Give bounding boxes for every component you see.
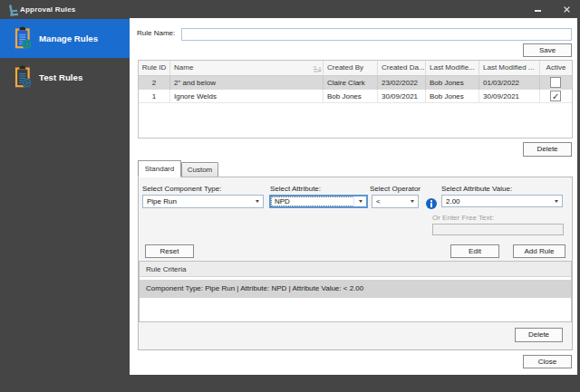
sidebar-item-test-rules[interactable]: Test Rules [0, 58, 130, 97]
dropdown-arrow-icon [256, 200, 259, 203]
rule-name-input[interactable] [181, 28, 572, 41]
grid-cell-rule_id: 1 [139, 90, 170, 103]
sidebar-item-label: Test Rules [39, 58, 82, 97]
delete-criteria-button[interactable]: Delete [515, 328, 563, 342]
free-text-label: Or Enter Free Text: [432, 214, 494, 222]
attribute-value-label: Select Attribute Value: [441, 185, 512, 193]
grid-cell-name: Ignore Welds [170, 90, 324, 103]
operator-label: Select Operator [370, 185, 420, 193]
delete-rule-button[interactable]: Delete [523, 142, 572, 157]
grid-cell-created_by: Claire Clark [324, 76, 378, 90]
tab-custom[interactable]: Custom [181, 162, 218, 177]
operator-value: < [376, 196, 381, 207]
grid-cell-last_modified_date: 30/09/2021 [479, 90, 540, 103]
attribute-select[interactable]: NPD [269, 195, 368, 208]
attribute-value-select[interactable]: 2.00 [441, 195, 563, 207]
standard-tab-panel: Select Component Type: Select Attribute:… [138, 177, 573, 350]
rule-name-label: Rule Name: [137, 28, 175, 38]
grid-cell-name: 2" and below [170, 76, 324, 90]
main-panel: Rule Name: Save Rule IDNameCreated ByCre… [130, 18, 577, 375]
attribute-label: Select Attribute: [270, 185, 321, 193]
operator-select[interactable]: < [372, 195, 419, 208]
dropdown-arrow-icon [411, 200, 414, 203]
grid-cell-active: ✓ [540, 90, 572, 103]
component-type-value: Pipe Run [147, 196, 177, 207]
grid-cell-created_by: Bob Jones [324, 90, 378, 103]
rules-grid: Rule IDNameCreated ByCreated Da...Last M… [138, 60, 573, 139]
dropdown-arrow-icon [555, 200, 558, 203]
close-button[interactable]: Close [523, 355, 572, 368]
grid-cell-created_date: 30/09/2021 [378, 90, 426, 103]
info-icon[interactable] [426, 198, 437, 209]
grid-column-header[interactable]: Last Modifie... [426, 61, 479, 76]
grid-cell-last_modified_by: Bob Jones [426, 76, 479, 90]
sidebar-item-manage-rules[interactable]: Manage Rules [0, 19, 130, 58]
edit-button[interactable]: Edit [450, 244, 499, 258]
titlebar: Approval Rules [0, 0, 580, 18]
active-checkbox-unchecked[interactable] [550, 77, 561, 88]
rule-criteria-item[interactable]: Component Type: Pipe Run | Attribute: NP… [140, 280, 571, 298]
window-bottom-frame [0, 375, 580, 392]
tab-standard[interactable]: Standard [138, 160, 181, 177]
component-type-select[interactable]: Pipe Run [142, 195, 264, 208]
manage-rules-icon [14, 26, 31, 49]
check-icon: ✓ [552, 90, 559, 103]
grid-cell-created_date: 23/02/2022 [378, 76, 426, 90]
test-rules-icon [14, 65, 31, 88]
free-text-input[interactable] [432, 224, 564, 235]
app-logo-icon [5, 3, 18, 16]
attribute-value-value: 2.00 [446, 196, 460, 206]
grid-column-header[interactable]: Last Modified ... [479, 61, 540, 76]
grid-column-header[interactable]: Name [170, 61, 324, 76]
active-checkbox-checked[interactable]: ✓ [550, 91, 561, 101]
rule-criteria-group: Rule Criteria Component Type: Pipe Run |… [139, 261, 572, 322]
grid-column-header[interactable]: Created By [324, 61, 378, 76]
sidebar-item-label: Manage Rules [39, 19, 98, 58]
grid-cell-rule_id: 2 [139, 76, 170, 90]
grid-cell-last_modified_by: Bob Jones [426, 90, 479, 103]
grid-column-header[interactable]: Rule ID [139, 61, 170, 76]
minimize-button[interactable] [527, 0, 547, 18]
reset-button[interactable]: Reset [145, 244, 194, 258]
dropdown-arrow-icon [359, 200, 362, 203]
component-type-label: Select Component Type: [142, 185, 221, 193]
sort-icon [314, 64, 322, 72]
minimize-icon [535, 10, 541, 12]
close-icon [564, 6, 570, 13]
save-button[interactable]: Save [523, 43, 572, 57]
window-title: Approval Rules [20, 0, 75, 18]
attribute-value: NPD [275, 196, 290, 206]
grid-cell-last_modified_date: 01/03/2022 [479, 76, 540, 90]
grid-column-header[interactable]: Created Da... [378, 61, 426, 76]
sidebar: Manage Rules Test Rules [0, 18, 130, 392]
grid-cell-active [540, 76, 572, 90]
grid-column-header[interactable]: Active [540, 61, 572, 76]
close-window-button[interactable] [556, 0, 576, 18]
rule-criteria-header: Rule Criteria [140, 262, 571, 277]
add-rule-button[interactable]: Add Rule [513, 244, 566, 258]
